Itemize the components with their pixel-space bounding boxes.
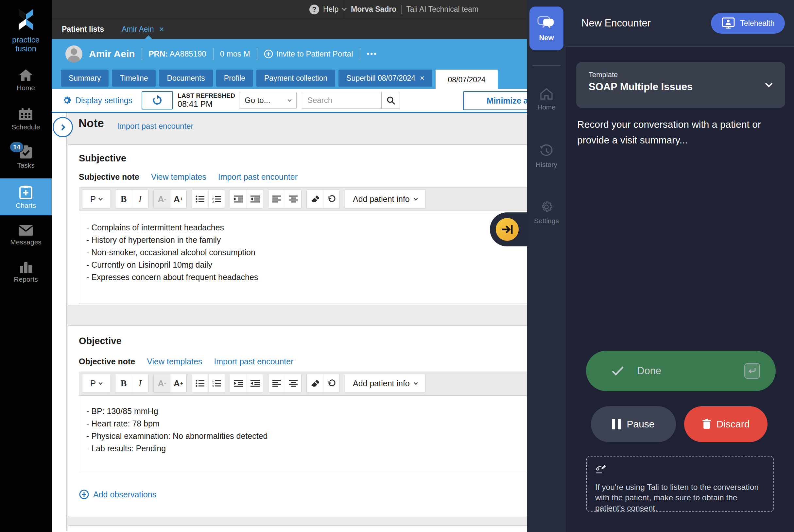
- add-patient-info-button[interactable]: Add patient info: [345, 374, 425, 393]
- tab-payment-collection[interactable]: Payment collection: [256, 70, 335, 87]
- increase-font-button[interactable]: A+: [170, 374, 186, 393]
- tab-summary[interactable]: Summary: [61, 70, 109, 87]
- separator: [401, 5, 402, 14]
- sidebar-item-charts[interactable]: Charts: [0, 178, 52, 215]
- align-left-button[interactable]: [269, 374, 285, 393]
- invite-patient-portal-link[interactable]: Invite to Patient Portal: [264, 49, 353, 58]
- tali-history-button[interactable]: History: [527, 145, 566, 169]
- sidebar-item-home[interactable]: Home: [0, 69, 52, 92]
- calendar-icon: [19, 108, 33, 121]
- sidebar-item-reports[interactable]: Reports: [0, 260, 52, 283]
- indent-button[interactable]: [230, 374, 246, 393]
- italic-button[interactable]: I: [132, 374, 148, 393]
- tab-superbill[interactable]: Superbill 08/07/2024 ×: [338, 70, 432, 87]
- import-past-encounter-link[interactable]: Import past encounter: [214, 357, 293, 366]
- arrow-to-bar-icon: [501, 224, 513, 235]
- practice-fusion-logo: practice fusion: [0, 6, 52, 53]
- italic-button[interactable]: I: [132, 190, 148, 208]
- done-button[interactable]: Done: [586, 350, 776, 391]
- import-past-encounter-link[interactable]: Import past encounter: [218, 172, 298, 182]
- sidebar-item-tasks[interactable]: 14 Tasks: [0, 146, 52, 169]
- consent-text: If you're using Tali to listen to the co…: [595, 482, 765, 513]
- svg-text:3: 3: [212, 385, 214, 387]
- sidebar-item-messages[interactable]: Messages: [0, 225, 52, 246]
- telehealth-button[interactable]: Telehealth: [711, 13, 785, 34]
- align-left-button[interactable]: [269, 190, 285, 208]
- outdent-button[interactable]: [246, 190, 263, 208]
- view-templates-link[interactable]: View templates: [151, 172, 206, 182]
- rail-divider: [532, 65, 560, 66]
- close-icon[interactable]: ×: [420, 74, 424, 83]
- topbar-divider: [343, 0, 344, 19]
- bullet-list-button[interactable]: [192, 190, 208, 208]
- subjective-title: Subjective: [79, 153, 126, 164]
- template-dropdown[interactable]: Template SOAP Multiple Issues: [576, 62, 785, 108]
- patient-age-sex: 0 mos M: [220, 49, 250, 58]
- numbered-list-button[interactable]: 123: [208, 374, 225, 393]
- sidebar-item-schedule[interactable]: Schedule: [0, 108, 52, 131]
- undo-button[interactable]: [323, 374, 339, 393]
- record-prompt: Record your conversation with a patient …: [577, 117, 773, 148]
- tab-documents[interactable]: Documents: [159, 70, 213, 87]
- numbered-list-icon: 123: [212, 195, 221, 203]
- display-settings-button[interactable]: Display settings: [61, 89, 132, 112]
- help-menu[interactable]: ? Help: [309, 0, 346, 19]
- gear-icon: [540, 200, 553, 214]
- tali-settings-button[interactable]: Settings: [527, 200, 566, 225]
- align-center-button[interactable]: [285, 190, 301, 208]
- subjective-editor[interactable]: - Complains of intermittent headaches - …: [79, 212, 540, 304]
- objective-title: Objective: [79, 336, 122, 346]
- refresh-button[interactable]: [142, 91, 173, 110]
- more-actions-icon[interactable]: •••: [367, 50, 377, 58]
- clear-formatting-button[interactable]: [307, 190, 323, 208]
- brand-line-1: practice: [12, 35, 40, 44]
- tab-patient-amir-aein[interactable]: Amir Aein ×: [122, 19, 164, 40]
- search-icon: [386, 96, 395, 105]
- bold-button[interactable]: B: [115, 374, 132, 393]
- help-icon: ?: [309, 4, 319, 14]
- search-input[interactable]: [302, 92, 381, 109]
- outdent-button[interactable]: [246, 374, 263, 393]
- add-patient-info-button[interactable]: Add patient info: [345, 190, 425, 208]
- align-center-button[interactable]: [285, 374, 301, 393]
- discard-button[interactable]: Discard: [684, 406, 768, 442]
- prn-label: PRN:: [149, 49, 168, 58]
- close-icon[interactable]: ×: [159, 24, 164, 34]
- tab-profile[interactable]: Profile: [216, 70, 253, 87]
- add-observations-link[interactable]: Add observations: [79, 489, 156, 500]
- panel-title: New Encounter: [581, 17, 651, 29]
- bold-button[interactable]: B: [115, 190, 132, 208]
- note-import-link[interactable]: Import past encounter: [117, 121, 193, 131]
- align-left-icon: [272, 195, 281, 203]
- indent-button[interactable]: [230, 190, 246, 208]
- tali-home-button[interactable]: Home: [527, 88, 566, 111]
- bullet-list-button[interactable]: [192, 374, 208, 393]
- user-cluster[interactable]: Morva Sadro Tali AI Technical team: [351, 0, 478, 19]
- clear-formatting-button[interactable]: [307, 374, 323, 393]
- undo-button[interactable]: [323, 190, 339, 208]
- tali-new-button[interactable]: New: [530, 6, 564, 50]
- chevron-down-icon: [414, 196, 418, 201]
- goto-dropdown[interactable]: Go to...: [239, 92, 297, 109]
- numbered-list-button[interactable]: 123: [208, 190, 225, 208]
- tab-timeline[interactable]: Timeline: [112, 70, 156, 87]
- decrease-font-button[interactable]: A-: [154, 374, 170, 393]
- collapse-note-button[interactable]: [53, 117, 73, 137]
- tab-encounter-active[interactable]: 08/07/2024: [436, 70, 498, 90]
- circle-plus-icon: [79, 489, 89, 500]
- increase-font-button[interactable]: A+: [170, 190, 186, 208]
- pause-button[interactable]: Pause: [591, 406, 676, 442]
- objective-editor[interactable]: - BP: 130/85 mmHg - Heart rate: 78 bpm -…: [79, 395, 540, 473]
- collapse-panel-button[interactable]: [496, 218, 519, 241]
- note-collapse-rail: [52, 113, 67, 531]
- paragraph-style-button[interactable]: P: [82, 374, 110, 393]
- decrease-font-button[interactable]: A-: [154, 190, 170, 208]
- search-group: [302, 92, 400, 109]
- eraser-icon: [311, 379, 319, 387]
- tab-patient-lists[interactable]: Patient lists: [62, 19, 104, 40]
- search-button[interactable]: [381, 92, 400, 109]
- view-templates-link[interactable]: View templates: [147, 357, 202, 366]
- subjective-card: Subjective Subjective note View template…: [68, 145, 553, 306]
- chevron-down-icon: [98, 196, 103, 201]
- paragraph-style-button[interactable]: P: [82, 190, 110, 208]
